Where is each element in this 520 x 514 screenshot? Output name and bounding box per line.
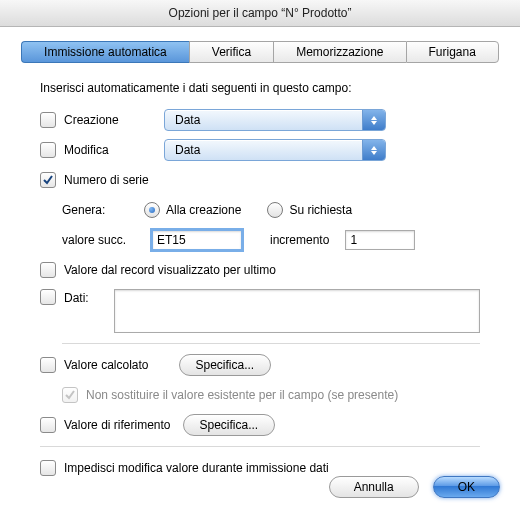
cancel-button-label: Annulla [354,480,394,494]
divider-2 [40,446,480,447]
ok-button[interactable]: OK [433,476,500,498]
no-replace-checkbox [62,387,78,403]
last-record-checkbox[interactable] [40,262,56,278]
creation-label: Creazione [64,113,154,127]
modification-checkbox[interactable] [40,142,56,158]
tab-verify[interactable]: Verifica [189,41,273,63]
cancel-button[interactable]: Annulla [329,476,419,498]
options-window: Opzioni per il campo “N° Prodotto” Immis… [0,0,520,514]
lookup-value-checkbox[interactable] [40,417,56,433]
modification-select[interactable]: Data [164,139,386,161]
tab-auto-entry[interactable]: Immissione automatica [21,41,189,63]
divider-1 [62,343,480,344]
increment-input[interactable] [345,230,415,250]
titlebar: Opzioni per il campo “N° Prodotto” [0,0,520,27]
modification-label: Modifica [64,143,154,157]
creation-select[interactable]: Data [164,109,386,131]
serial-checkbox[interactable] [40,172,56,188]
select-endcap-icon [362,110,385,130]
tab-bar: Immissione automatica Verifica Memorizza… [12,41,508,63]
prohibit-modification-label: Impedisci modifica valore durante immiss… [64,461,329,475]
tab-furigana[interactable]: Furigana [406,41,499,63]
window-title: Opzioni per il campo “N° Prodotto” [169,6,352,20]
select-endcap-icon [362,140,385,160]
next-value-input[interactable] [152,230,242,250]
modification-select-value: Data [175,143,200,157]
calculated-value-label: Valore calcolato [64,358,149,372]
lookup-specify-label: Specifica... [200,418,259,432]
lookup-value-label: Valore di riferimento [64,418,171,432]
lookup-specify-button[interactable]: Specifica... [183,414,276,436]
prohibit-modification-checkbox[interactable] [40,460,56,476]
footer-buttons: Annulla OK [329,476,500,498]
serial-label: Numero di serie [64,173,149,187]
calculated-value-checkbox[interactable] [40,357,56,373]
tab-auto-entry-label: Immissione automatica [44,45,167,59]
tab-verify-label: Verifica [212,45,251,59]
tab-storage[interactable]: Memorizzazione [273,41,405,63]
increment-label: incremento [270,233,329,247]
generate-on-creation-label: Alla creazione [166,203,241,217]
data-checkbox[interactable] [40,289,56,305]
ok-button-label: OK [458,480,475,494]
last-record-label: Valore dal record visualizzato per ultim… [64,263,276,277]
calculated-specify-button[interactable]: Specifica... [179,354,272,376]
creation-checkbox[interactable] [40,112,56,128]
generate-on-request-radio[interactable] [267,202,283,218]
next-value-label: valore succ. [62,233,142,247]
generate-on-request-label: Su richiesta [289,203,352,217]
creation-select-value: Data [175,113,200,127]
calculated-specify-label: Specifica... [196,358,255,372]
generate-label: Genera: [62,203,134,217]
generate-on-creation-radio[interactable] [144,202,160,218]
lead-text: Inserisci automaticamente i dati seguent… [40,81,480,95]
data-label: Dati: [64,289,104,305]
tab-storage-label: Memorizzazione [296,45,383,59]
data-textarea[interactable] [114,289,480,333]
tab-furigana-label: Furigana [429,45,476,59]
no-replace-label: Non sostituire il valore esistente per i… [86,388,398,402]
